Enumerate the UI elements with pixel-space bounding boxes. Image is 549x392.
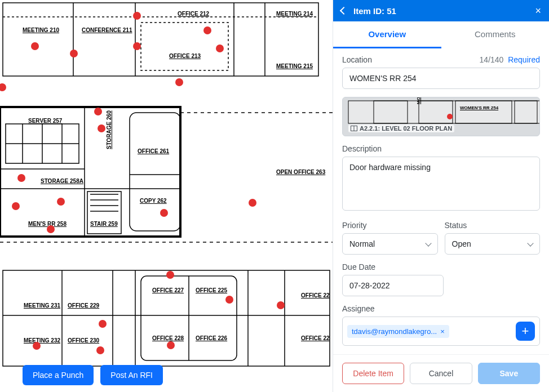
tab-overview[interactable]: Overview [333, 21, 441, 47]
field-priority: Priority Normal [342, 221, 438, 255]
punch-marker[interactable] [160, 209, 168, 217]
save-button[interactable]: Save [478, 363, 540, 384]
preview-room-mothers: MOTHER'S R [416, 97, 421, 104]
post-rfi-button[interactable]: Post An RFI [100, 365, 163, 385]
room-label: OFFICE 229 [68, 302, 99, 309]
preview-room-label: WOMEN'S RR 254 [460, 105, 498, 110]
back-button[interactable] [341, 8, 347, 14]
punch-marker[interactable] [203, 26, 211, 34]
punch-marker[interactable] [175, 78, 183, 86]
description-input[interactable] [342, 157, 540, 211]
svg-rect-25 [3, 270, 330, 366]
room-label: STORAGE 258A [41, 178, 83, 184]
panel-header: Item ID: 51 × [333, 0, 549, 21]
svg-rect-7 [0, 107, 180, 237]
svg-rect-4 [141, 23, 228, 70]
floorplan-icon [351, 126, 357, 131]
room-label: SERVER 257 [28, 118, 62, 124]
description-label: Description [342, 144, 382, 153]
preview-caption-row: A2.2.1: LEVEL 02 FLOOR PLAN [348, 124, 454, 132]
detail-panel: Item ID: 51 × Overview Comments Location… [333, 0, 549, 392]
floorplan-canvas[interactable]: MEETING 210CONFERENCE 211OFFICE 212OFFIC… [0, 0, 333, 392]
punch-marker[interactable] [47, 225, 55, 233]
punch-marker[interactable] [12, 202, 20, 210]
assignee-label: Assignee [342, 304, 375, 313]
field-location: Location 14/140 Required [342, 55, 540, 89]
punch-marker[interactable] [249, 199, 256, 207]
punch-marker[interactable] [166, 271, 174, 279]
panel-footer: Delete Item Cancel Save [333, 354, 549, 392]
field-description: Description [342, 144, 540, 213]
add-assignee-button[interactable]: + [516, 322, 535, 341]
punch-marker[interactable] [17, 174, 25, 182]
status-value: Open [452, 239, 471, 248]
room-label: MEETING 215 [276, 63, 313, 69]
location-char-count: 14/140 [480, 55, 504, 64]
room-label: MEETING 231 [24, 302, 60, 309]
room-label: MEETING 214 [276, 11, 313, 17]
punch-marker[interactable] [94, 108, 102, 115]
room-label: STAIR 259 [90, 221, 118, 227]
punch-marker[interactable] [277, 301, 285, 309]
panel-title: Item ID: 51 [353, 6, 528, 16]
panel-body: Location 14/140 Required MOTHER'S R [333, 48, 549, 354]
room-label: OFFICE 22 [301, 292, 330, 299]
close-button[interactable]: × [535, 6, 541, 16]
punch-marker[interactable] [33, 342, 41, 350]
field-assignee: Assignee tdavis@raymondlakegro... × + [342, 304, 540, 346]
due-date-label: Due Date [342, 262, 375, 271]
tabs: Overview Comments [333, 21, 549, 47]
room-label: OFFICE 226 [196, 335, 227, 341]
priority-select[interactable]: Normal [342, 233, 438, 255]
field-status: Status Open [445, 221, 541, 255]
room-label: MEETING 210 [23, 27, 59, 33]
chip-remove-icon[interactable]: × [440, 327, 445, 336]
status-select[interactable]: Open [445, 233, 541, 255]
chevron-down-icon [527, 240, 533, 246]
delete-button[interactable]: Delete Item [342, 363, 404, 384]
svg-rect-21 [130, 113, 180, 231]
assignee-input[interactable]: tdavis@raymondlakegro... × + [342, 317, 540, 346]
location-preview[interactable]: MOTHER'S R WOMEN'S RR 254 A2.2.1: LEVEL … [342, 97, 540, 136]
tab-comments[interactable]: Comments [441, 21, 550, 47]
punch-marker[interactable] [133, 42, 141, 50]
chevron-down-icon [425, 240, 431, 246]
room-label: OPEN OFFICE 263 [276, 169, 325, 175]
svg-rect-16 [87, 191, 121, 234]
punch-marker[interactable] [57, 198, 65, 206]
room-label: OFFICE 22 [301, 335, 330, 341]
room-label: MEETING 232 [24, 337, 60, 344]
preview-punch-dot [447, 114, 453, 119]
priority-value: Normal [349, 239, 375, 248]
chevron-left-icon [340, 7, 348, 15]
punch-marker[interactable] [225, 296, 233, 304]
svg-rect-34 [348, 101, 539, 123]
punch-marker[interactable] [99, 320, 107, 328]
punch-marker[interactable] [167, 341, 175, 349]
room-label: CONFERENCE 211 [82, 27, 132, 33]
punch-marker[interactable] [70, 50, 78, 57]
due-date-input[interactable] [342, 275, 444, 296]
location-input[interactable] [342, 68, 540, 89]
floorplan-drawing [0, 0, 333, 392]
room-label: OFFICE 225 [196, 287, 227, 293]
punch-marker[interactable] [133, 12, 141, 20]
punch-marker[interactable] [31, 42, 39, 50]
canvas-toolbar: Place a Punch Post An RFI [23, 365, 163, 385]
place-punch-button[interactable]: Place a Punch [23, 365, 94, 385]
svg-rect-0 [3, 3, 318, 76]
status-label: Status [445, 221, 467, 230]
room-label: OFFICE 213 [169, 53, 201, 59]
punch-marker[interactable] [96, 346, 104, 354]
cancel-button[interactable]: Cancel [410, 363, 472, 384]
assignee-chip[interactable]: tdavis@raymondlakegro... × [347, 325, 449, 338]
location-required: Required [508, 55, 540, 64]
punch-marker[interactable] [98, 124, 105, 132]
room-label: STORAGE 260 [106, 110, 112, 149]
preview-caption: A2.2.1: LEVEL 02 FLOOR PLAN [360, 125, 452, 132]
room-label: OFFICE 212 [178, 11, 209, 17]
room-label: OFFICE 227 [152, 287, 184, 293]
punch-marker[interactable] [216, 44, 224, 52]
room-label: OFFICE 261 [138, 148, 169, 154]
priority-label: Priority [342, 221, 367, 230]
